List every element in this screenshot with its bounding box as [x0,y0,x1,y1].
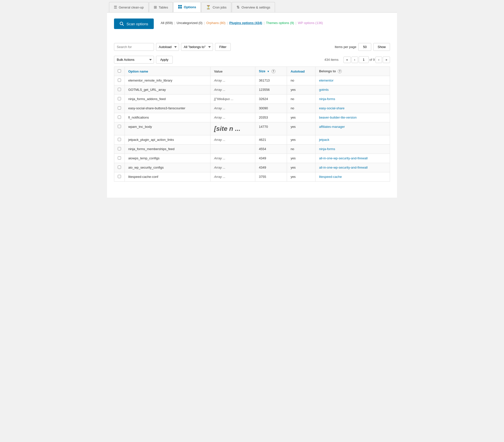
autoload-cell: yes [287,122,316,135]
autoload-cell: no [287,145,316,154]
size-help-icon[interactable]: ? [272,69,276,73]
row-checkbox-cell[interactable] [114,104,125,113]
row-checkbox-cell[interactable] [114,172,125,182]
belongs-to-cell[interactable]: litespeed-cache [316,172,390,182]
row-checkbox[interactable] [118,106,121,110]
row-checkbox-cell[interactable] [114,135,125,145]
belongs-to-link[interactable]: ninja-forms [319,147,335,151]
belongs-to-link[interactable]: affiliates-manager [319,125,345,129]
row-checkbox[interactable] [118,156,121,160]
apply-button[interactable]: Apply [156,56,173,64]
belongs-to-help-icon[interactable]: ? [338,69,342,73]
filter-link-plugins[interactable]: Plugins options (434) [229,21,262,25]
row-checkbox[interactable] [118,88,121,91]
belongs-to-link[interactable]: all-in-one-wp-security-and-firewall [319,156,368,160]
filter-link-wp[interactable]: WP options (136) [298,21,323,25]
belongs-to-cell[interactable]: affiliates-manager [316,122,390,135]
svg-rect-1 [180,5,182,7]
belongs-to-link[interactable]: ninja-forms [319,97,335,101]
pagination-controls: « ‹ of 9 › » [344,56,390,63]
show-button[interactable]: Show [373,43,390,51]
select-all-checkbox[interactable] [118,69,121,73]
page-number-input[interactable] [359,56,369,63]
belongs-to-cell[interactable]: elementor [316,76,390,85]
belongs-to-header: Belongs to ? [316,67,390,76]
search-input[interactable] [114,43,154,51]
option-name-cell: easy-social-share-buttons3-fanscounter [125,104,210,113]
filter-link-themes[interactable]: Themes options (9) [266,21,294,25]
belongs-to-cell[interactable]: gotmls [316,85,390,95]
row-checkbox-cell[interactable] [114,163,125,172]
filter-link-all[interactable]: All (659) [161,21,173,25]
scan-options-button[interactable]: Scan options [114,19,154,29]
belongs-to-cell[interactable]: jetpack [316,135,390,145]
row-checkbox-cell[interactable] [114,85,125,95]
belongs-to-cell[interactable]: ninja-forms [316,95,390,104]
belongs-to-cell[interactable]: beaver-builder-lite-version [316,113,390,122]
row-checkbox[interactable] [118,79,121,82]
scan-icon [120,22,124,26]
prev-page-button[interactable]: ‹ [352,57,358,63]
autoload-cell: yes [287,135,316,145]
row-checkbox-cell[interactable] [114,113,125,122]
tab-general-cleanup-label: General clean-up [119,6,144,9]
belongs-to-cell[interactable]: all-in-one-wp-security-and-firewall [316,154,390,163]
row-checkbox[interactable] [118,138,121,141]
tab-tables[interactable]: ⊞ Tables [149,2,173,12]
filter-button[interactable]: Filter [215,43,231,51]
select-all-header[interactable] [114,67,125,76]
option-name-header[interactable]: Option name [125,67,210,76]
belongs-to-link[interactable]: beaver-builder-lite-version [319,116,356,119]
tab-cron-jobs[interactable]: ⏳ Cron jobs [201,2,231,12]
value-cell: Array ... [210,135,255,145]
belongs-to-cell[interactable]: easy-social-share [316,104,390,113]
row-checkbox-cell[interactable] [114,95,125,104]
filter-link-uncategorized[interactable]: Uncategorized (0) [177,21,202,25]
autoload-select[interactable]: Autoload Yes No [156,43,179,51]
last-page-button[interactable]: » [383,57,390,63]
row-checkbox[interactable] [118,116,121,119]
bulk-actions-select[interactable]: Bulk Actions Delete [114,56,154,64]
size-header[interactable]: Size ▼ ? [255,67,287,76]
belongs-to-link[interactable]: gotmls [319,88,328,92]
row-checkbox[interactable] [118,97,121,100]
table-row: litespeed-cache-conf Array ... 3755 yes … [114,172,390,182]
filter-link-orphans[interactable]: Orphans (80) [206,21,226,25]
value-cell: Array ... [210,85,255,95]
next-page-button[interactable]: › [376,57,382,63]
tab-overview-settings[interactable]: ⇅ Overview & settings [232,2,275,12]
belongs-to-link[interactable]: elementor [319,79,334,82]
belongs-to-cell[interactable]: all-in-one-wp-security-and-firewall [316,163,390,172]
table-row: elementor_remote_info_library Array ... … [114,76,390,85]
general-cleanup-icon: ☰ [114,5,117,10]
size-label: Size [259,69,265,73]
row-checkbox-cell[interactable] [114,145,125,154]
belongs-to-cell[interactable]: ninja-forms [316,145,390,154]
value-cell: [{"title&quo ... [210,95,255,104]
row-checkbox-cell[interactable] [114,76,125,85]
tab-options-label: Options [184,5,196,9]
row-checkbox[interactable] [118,175,121,178]
belongs-to-link[interactable]: jetpack [319,138,329,142]
value-cell: [site n ... [210,122,255,135]
size-cell: 32624 [255,95,287,104]
tab-options[interactable]: Options [173,2,201,12]
row-checkbox[interactable] [118,166,121,169]
autoload-header[interactable]: Autoload [287,67,316,76]
size-cell: 361713 [255,76,287,85]
value-label: Value [214,70,222,73]
page-size-input[interactable] [358,43,371,51]
row-checkbox-cell[interactable] [114,122,125,135]
belongs-to-select[interactable]: All "belongs to" elementor gotmls ninja-… [181,43,213,51]
row-checkbox[interactable] [118,125,121,128]
first-page-button[interactable]: « [344,57,351,63]
belongs-to-link[interactable]: litespeed-cache [319,175,342,179]
table-row: aiowps_temp_configs Array ... 4349 yes a… [114,154,390,163]
option-name-cell: jetpack_plugin_api_action_links [125,135,210,145]
belongs-to-link[interactable]: easy-social-share [319,106,344,110]
row-checkbox-cell[interactable] [114,154,125,163]
belongs-to-link[interactable]: all-in-one-wp-security-and-firewall [319,166,368,169]
tab-tables-label: Tables [159,6,168,9]
tab-general-cleanup[interactable]: ☰ General clean-up [109,2,148,12]
row-checkbox[interactable] [118,147,121,150]
